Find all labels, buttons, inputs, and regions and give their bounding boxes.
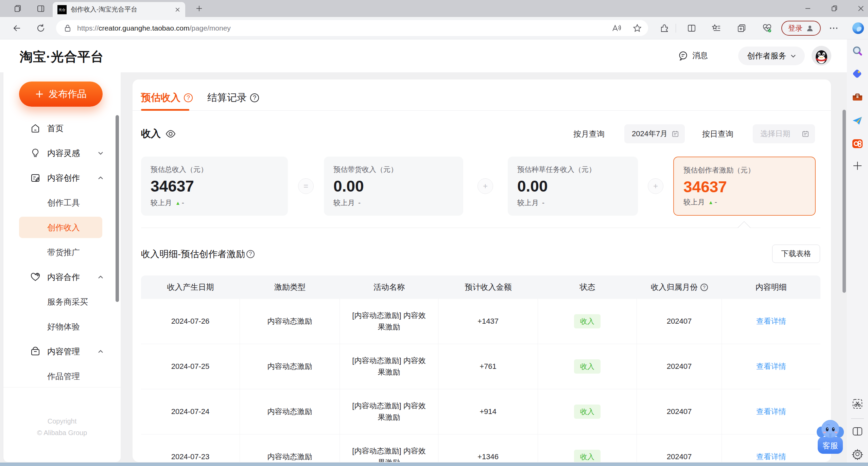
copilot-icon[interactable] [852, 22, 864, 34]
table-header: 收入产生日期 激励类型 活动名称 预计收入金额 状态 收入归属月份? 内容明细 [141, 275, 820, 299]
sidebar-item-home[interactable]: 首页 [3, 116, 121, 141]
favorite-star-icon[interactable] [632, 23, 642, 33]
help-icon[interactable]: ? [700, 284, 708, 291]
collections-icon[interactable] [737, 23, 746, 33]
tab-title: 创作收入-淘宝光合平台 [71, 5, 171, 14]
sidebar-split-icon[interactable] [852, 426, 863, 437]
bulb-icon [30, 148, 40, 158]
creator-service-dropdown[interactable]: 创作者服务 [738, 47, 805, 65]
sidebar-screenshot-icon[interactable] [852, 398, 863, 410]
browser-toolbar: https://creator.guanghe.taobao.com/page/… [0, 17, 868, 39]
copyright: Copyright © Alibaba Group [3, 415, 121, 438]
stat-task-income[interactable]: 预估种草任务收入（元） 0.00 较上月- [508, 157, 638, 216]
sidebar-item-creation[interactable]: 内容创作 [3, 165, 121, 190]
income-section-title: 收入 [141, 127, 176, 141]
window-restore-button[interactable] [831, 5, 838, 12]
up-arrow-icon: ▲ [708, 199, 713, 205]
edge-sidebar [847, 39, 868, 463]
favorites-list-icon[interactable] [712, 23, 721, 33]
sidebar-add-icon[interactable] [852, 160, 863, 172]
help-icon[interactable]: ? [184, 93, 193, 102]
refresh-icon[interactable] [36, 23, 46, 33]
sidebar-shopping-icon[interactable] [852, 68, 863, 80]
table-row: 2024-07-26 内容动态激励 [内容动态激励] 内容效果激励 +1437 … [141, 299, 820, 344]
browser-titlebar: 光合 创作收入-淘宝光合平台 [0, 0, 868, 17]
sidebar-item-product-trial[interactable]: 好物体验 [3, 314, 121, 339]
plus-symbol: + [478, 178, 493, 194]
equals-symbol: = [298, 178, 314, 194]
messages-button[interactable]: 消息 [678, 50, 708, 61]
tab-settlement-record[interactable]: 结算记录 ? [207, 91, 259, 105]
chevron-up-icon [98, 350, 103, 353]
workspaces-icon[interactable] [14, 4, 22, 13]
sidebar-item-creation-income[interactable]: 创作收入 [3, 215, 121, 240]
home-icon [30, 123, 40, 133]
up-arrow-icon: ▲ [175, 200, 180, 206]
day-filter-label: 按日查询 [702, 129, 733, 139]
tab-estimated-income[interactable]: 预估收入 ? [141, 91, 193, 105]
messages-label: 消息 [692, 50, 708, 61]
chevron-down-icon [98, 151, 103, 155]
new-tab-button[interactable] [195, 5, 203, 12]
sidebar-item-cooperation[interactable]: 内容合作 [3, 265, 121, 289]
sidebar-divider [851, 418, 864, 419]
sidebar-item-content-mgmt[interactable]: 内容管理 [3, 339, 121, 364]
page-scrollbar[interactable] [843, 110, 846, 293]
sidebar-item-inspiration[interactable]: 内容灵感 [3, 141, 121, 165]
table-row: 2024-07-25 内容动态激励 [内容动态激励] 内容效果激励 +761 收… [141, 344, 820, 389]
support-mascot[interactable]: 客服 [816, 418, 844, 455]
split-screen-icon[interactable] [687, 23, 696, 33]
signin-button[interactable]: 登录 [781, 21, 821, 36]
archive-icon [30, 346, 40, 357]
window-close-button[interactable] [857, 5, 865, 12]
sidebar-item-service-purchase[interactable]: 服务商采买 [3, 289, 121, 314]
view-details-link[interactable]: 查看详情 [756, 452, 786, 462]
sidebar-item-creation-tools[interactable]: 创作工具 [3, 190, 121, 215]
sidebar-scrollbar[interactable] [116, 115, 119, 302]
main-panel: 预估收入 ? 结算记录 ? 收入 按月查询 2024年7月 按日查询 选择日期 … [133, 79, 831, 462]
active-tab-underline [141, 109, 189, 111]
url-text: https://creator.guanghe.taobao.com/page/… [77, 24, 611, 32]
back-icon[interactable] [12, 23, 22, 33]
stat-cards: 预估总收入（元） 34637 较上月▲- = 预估带货收入（元） 0.00 较上… [133, 157, 831, 216]
site-logo[interactable]: 淘宝·光合平台 [20, 48, 104, 66]
more-options-icon[interactable] [829, 26, 838, 31]
help-icon[interactable]: ? [246, 250, 255, 258]
chevron-up-icon [98, 275, 103, 279]
sidebar-search-icon[interactable] [852, 46, 863, 57]
browser-essentials-icon[interactable] [762, 23, 772, 33]
help-icon[interactable]: ? [250, 93, 259, 102]
publish-button[interactable]: 发布作品 [19, 82, 103, 107]
month-filter-input[interactable]: 2024年7月 [624, 124, 685, 143]
sidebar-item-promotion[interactable]: 带货推广 [3, 240, 121, 265]
window-minimize-button[interactable] [804, 5, 812, 12]
sidebar-item-works-mgmt[interactable]: 作品管理 [3, 364, 121, 389]
view-details-link[interactable]: 查看详情 [756, 361, 786, 372]
sidebar-drop-icon[interactable] [852, 115, 863, 127]
download-table-button[interactable]: 下载表格 [772, 245, 820, 263]
sidebar-settings-icon[interactable] [852, 448, 863, 460]
read-aloud-icon[interactable] [611, 23, 621, 33]
browser-tab[interactable]: 光合 创作收入-淘宝光合平台 [53, 2, 185, 17]
heart-hands-icon [30, 272, 40, 282]
extensions-icon[interactable] [660, 23, 669, 33]
user-avatar[interactable] [812, 46, 831, 66]
address-bar[interactable]: https://creator.guanghe.taobao.com/page/… [56, 20, 648, 36]
day-filter-input[interactable]: 选择日期 [753, 124, 815, 143]
tab-close-icon[interactable] [175, 7, 180, 13]
eye-icon[interactable] [166, 130, 176, 138]
window-bottom-edge [0, 463, 868, 466]
view-details-link[interactable]: 查看详情 [756, 407, 786, 417]
detail-section-title: 收入明细-预估创作者激励 ? [141, 248, 255, 260]
sidebar-kuaishou-icon[interactable] [852, 138, 863, 149]
view-details-link[interactable]: 查看详情 [756, 316, 786, 326]
sidebar-menu: 首页 内容灵感 内容创作 创作工具 创作收入 带货推广 内容合作 服务商采买 [3, 116, 121, 389]
stat-total-income[interactable]: 预估总收入（元） 34637 较上月▲- [141, 157, 288, 216]
month-attribution-header: 收入归属月份? [637, 282, 722, 292]
stat-sales-income[interactable]: 预估带货收入（元） 0.00 较上月- [324, 157, 463, 216]
plus-symbol: + [648, 178, 663, 194]
sidebar-tools-icon[interactable] [852, 91, 863, 103]
stat-creator-incentive[interactable]: 预估创作者激励（元） 34637 较上月▲- [673, 157, 816, 216]
tab-actions-icon[interactable] [37, 4, 45, 13]
income-tabs: 预估收入 ? 结算记录 ? [133, 79, 831, 111]
